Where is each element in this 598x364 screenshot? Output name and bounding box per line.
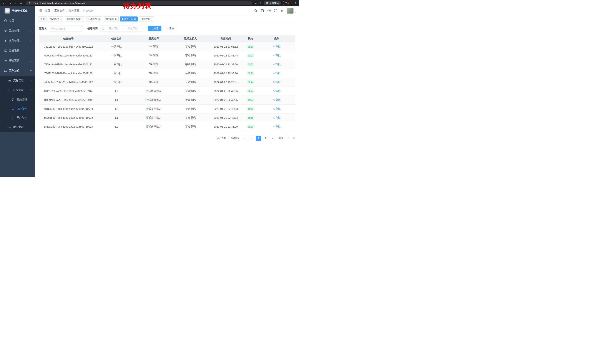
approve-link[interactable]: ✎审批 [273,54,281,57]
sidebar: 芋道管理系统 首页 ⚙ 系统管理 ¥ 支付管理 基础设施 ⚒ 研发工具 [0,6,35,177]
cell-task-name: 1.1 [98,113,135,122]
incognito-icon [266,2,269,4]
browser-refresh-icon[interactable]: ↻ [13,1,18,6]
col-initiator: 流程发起人 [172,35,209,42]
update-button[interactable]: 更新 [283,1,292,5]
approve-link[interactable]: ✎审批 [273,63,281,66]
cell-actions: ✎审批 [258,113,295,122]
tab-form-edit[interactable]: 流程表单-编辑 × [65,16,85,22]
cell-created: 2022-01-21 22:43:55 [208,87,243,96]
cell-created: 2022-01-21 22:41:29 [208,122,243,131]
table-header-row: 任务编号 任务名称 所属流程 流程发起人 创建时间 状态 操作 [39,35,295,42]
page-content: 流程名 创建时间 开始日期 - 结束日期 搜索 ↻ 重置 [35,23,299,141]
tab-start-process[interactable]: 发起流程 × [48,16,63,22]
bookmark-star-icon[interactable]: ☆ [259,1,262,5]
cell-status: 激活 [243,69,258,78]
eye-icon [11,107,15,110]
user-menu[interactable] [287,8,296,14]
cell-status: 激活 [243,96,258,105]
app-logo[interactable]: 芋道管理系统 [0,6,35,16]
cell-process: 测试多审批人 [135,87,172,96]
page-size-select[interactable]: 10条/页 [229,136,247,141]
tab-my-processes[interactable]: 我的流程 × [103,16,119,22]
sidebar-item-task-mgmt[interactable]: 任务管理 [0,85,35,95]
browser-forward-icon[interactable]: → [8,1,12,6]
cell-status: 激活 [243,87,258,96]
tab-close-icon[interactable]: × [98,18,100,20]
warning-icon: ⚠ [29,2,31,4]
approve-link[interactable]: ✎审批 [273,107,281,111]
tab-done-tasks[interactable]: 已办任务 × [86,16,102,22]
search-icon[interactable] [254,9,257,12]
sidebar-item-payment[interactable]: ¥ 支付管理 [0,36,35,46]
tab-close-icon[interactable]: × [115,18,117,20]
breadcrumb-workflow[interactable]: 工作流程 [54,9,65,12]
fullscreen-icon[interactable] [274,9,277,12]
cell-created: 2022-01-22 20:33:10 [208,69,243,78]
tab-todo-tasks[interactable]: 待办任务 × [120,16,138,22]
browser-menu-icon[interactable]: ⋮ [294,2,297,5]
sidebar-item-process-mgmt[interactable]: 流程管理 [0,76,35,85]
approve-link[interactable]: ✎审批 [273,81,281,84]
tab-close-icon[interactable]: × [151,18,152,20]
browser-actions: ☆ 无痕模式 更新 ⋮ [255,1,297,5]
prev-page-button[interactable]: ‹ [249,136,254,141]
sidebar-item-todo-tasks[interactable]: 待办任务 [0,104,35,113]
goto-page-input[interactable] [285,136,291,141]
tab-close-icon[interactable]: × [134,18,136,20]
sidebar-item-devtools[interactable]: ⚒ 研发工具 [0,56,35,66]
table-row: 58154733-7ac8-11ec-a9e2-a2380e71991a 1.2… [39,105,295,113]
cell-task-name: 一级审批 [98,51,135,60]
sidebar-item-infra[interactable]: 基础设施 [0,46,35,56]
sidebar-item-leave-query[interactable]: 请假查询 [0,122,35,132]
cell-status: 激活 [243,78,258,87]
cell-created: 2022-01-21 22:42:23 [208,105,243,113]
page-number-2[interactable]: 2 [263,136,268,141]
table-body: 73211d9d-7b9b-11ec-b5b7-acde48001122 一级审… [39,42,295,131]
cell-actions: ✎审批 [258,69,295,78]
cell-status: 激活 [243,122,258,131]
approve-link[interactable]: ✎审批 [273,89,281,93]
next-page-button[interactable]: › [270,136,275,141]
address-bar[interactable]: ⚠ 不安全 | dashboard.yudao.iocoder.cn/bpm/t… [26,1,252,5]
sidebar-item-workflow[interactable]: 工作流程 [0,66,35,76]
col-task-name: 任务名称 [98,35,135,42]
cell-task-name: 一级审批 [98,69,135,78]
sidebar-item-my-processes[interactable]: 我的流程 [0,95,35,104]
approve-link[interactable]: ✎审批 [273,45,281,48]
edit-icon: ✎ [273,125,275,128]
browser-home-icon[interactable]: ⌂ [18,1,23,6]
github-icon[interactable] [261,9,264,12]
create-time-label: 创建时间 [87,27,98,30]
end-date-placeholder: 结束日期 [125,27,141,30]
reset-button[interactable]: ↻ 重置 [164,26,177,31]
approve-link[interactable]: ✎审批 [273,72,281,75]
page-number-1[interactable]: 1 [256,136,261,141]
font-size-icon[interactable]: Tt [281,9,283,12]
password-key-icon[interactable] [255,2,257,5]
approve-link[interactable]: ✎审批 [273,98,281,102]
col-actions: 操作 [258,35,295,42]
tab-process-detail[interactable]: 流程详情 × [139,16,154,22]
sidebar-item-system[interactable]: ⚙ 系统管理 [0,26,35,36]
table-row: 381aa1dd-7ac8-11ec-a9e2-a2380e71991a 1.2… [39,122,295,131]
tab-close-icon[interactable]: × [60,18,61,20]
breadcrumb-task-mgmt[interactable]: 任务管理 [69,9,79,12]
approve-link[interactable]: ✎审批 [273,125,281,128]
browser-back-icon[interactable]: ← [2,1,7,6]
tab-close-icon[interactable]: × [82,18,83,20]
tab-home[interactable]: 首页 [39,16,47,22]
breadcrumb-home[interactable]: 首页 [45,9,50,12]
chevron-down-icon [30,80,32,81]
sidebar-item-done-tasks[interactable]: 已办任务 [0,113,35,122]
security-label[interactable]: 不安全 [32,1,39,5]
help-icon[interactable]: ? [267,9,271,12]
date-range-picker[interactable]: 开始日期 - 结束日期 [100,25,143,32]
process-name-input[interactable] [49,25,83,32]
sidebar-item-home[interactable]: 首页 [0,16,35,26]
sidebar-collapse-icon[interactable] [39,9,42,12]
cell-actions: ✎审批 [258,60,295,69]
list-icon [8,79,11,82]
search-button[interactable]: 搜索 [148,26,161,31]
approve-link[interactable]: ✎审批 [273,116,281,119]
